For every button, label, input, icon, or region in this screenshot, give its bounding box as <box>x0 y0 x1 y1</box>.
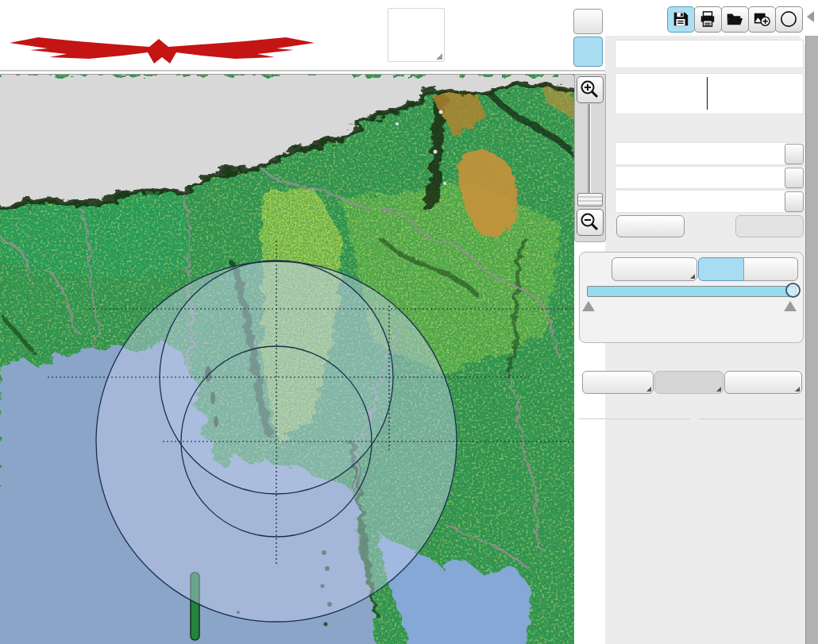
replay-time-slider[interactable] <box>587 286 797 297</box>
bookmark-corner-grip <box>690 274 695 279</box>
track-corner-grip <box>795 387 800 391</box>
select-button[interactable] <box>735 215 804 237</box>
location-corner-grip <box>646 387 651 391</box>
add-image-icon <box>753 10 770 28</box>
bookmark-button[interactable] <box>612 257 697 281</box>
zoom-in-icon <box>579 79 600 99</box>
print-icon <box>699 10 716 28</box>
combo-option[interactable] <box>615 190 805 213</box>
text-cursor <box>707 77 708 110</box>
radar-map[interactable] <box>0 74 574 644</box>
combo-category-arrow[interactable] <box>785 144 804 164</box>
add-image-button[interactable] <box>748 6 776 33</box>
replay-manual-button[interactable] <box>743 257 798 281</box>
legend-separator <box>579 418 690 419</box>
replay-auto-button[interactable] <box>698 257 744 281</box>
warning-corner-grip <box>436 53 442 60</box>
x-section-corner-grip <box>716 387 721 391</box>
previous-button[interactable] <box>616 215 685 237</box>
slider-start-marker[interactable] <box>582 301 595 311</box>
legend-color-scale <box>582 451 677 644</box>
timezone-utc-button[interactable] <box>573 9 603 34</box>
timezone-mmt-button[interactable] <box>573 37 603 67</box>
combo-category[interactable] <box>615 142 805 165</box>
panel-edge-scrollbar[interactable] <box>805 36 818 644</box>
overlay-list <box>699 422 804 644</box>
track-button[interactable] <box>724 371 802 394</box>
open-folder-icon <box>726 10 743 28</box>
zoom-out-icon <box>579 211 600 232</box>
overlay-separator <box>699 418 804 419</box>
zoom-out-button[interactable] <box>577 209 604 236</box>
zoom-slider-handle[interactable] <box>577 193 603 206</box>
x-section-button[interactable] <box>654 371 723 394</box>
panel-collapse-arrow-icon[interactable] <box>807 11 814 22</box>
warning-button[interactable] <box>388 8 445 62</box>
help-icon <box>780 10 797 28</box>
message-field[interactable] <box>615 73 804 114</box>
print-button[interactable] <box>694 6 722 33</box>
location-button[interactable] <box>582 371 654 394</box>
combo-product[interactable] <box>615 166 805 189</box>
combo-option-arrow[interactable] <box>785 191 804 212</box>
zoom-in-button[interactable] <box>577 76 604 103</box>
replay-slider-handle[interactable] <box>785 283 801 298</box>
zoom-slider-groove[interactable] <box>588 104 591 201</box>
slider-end-marker[interactable] <box>784 301 797 311</box>
help-button[interactable] <box>775 6 803 33</box>
j-birds-app-window <box>0 0 818 644</box>
open-file-button[interactable] <box>721 6 749 33</box>
save-button[interactable] <box>667 6 695 33</box>
save-icon <box>672 10 689 28</box>
combo-product-arrow[interactable] <box>785 168 804 188</box>
station-name-field[interactable] <box>615 40 804 68</box>
eagle-logo-icon <box>6 35 318 67</box>
